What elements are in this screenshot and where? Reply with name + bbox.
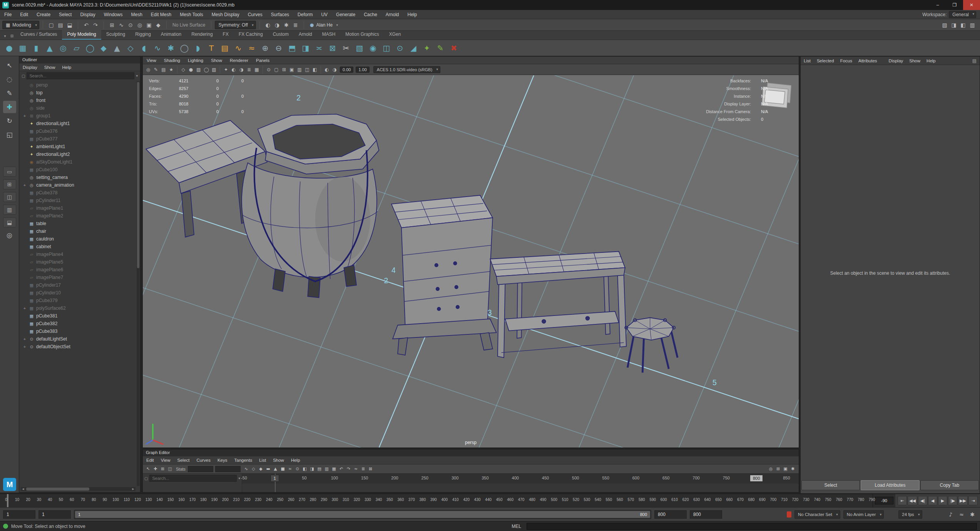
outliner-item-imageplane7[interactable]: ▱imagePlane7 <box>19 274 136 281</box>
menu-main-generate[interactable]: Generate <box>332 10 360 19</box>
region-tool-icon[interactable]: ◫ <box>166 465 174 473</box>
layout-outliner-persp-icon[interactable]: ▥ <box>3 205 16 215</box>
animation-end-field[interactable]: 800 <box>654 510 687 519</box>
animation-start-field[interactable]: 1 <box>38 510 71 519</box>
rotate-tool-icon[interactable]: ↻ <box>3 115 16 127</box>
shelf-menu-icon[interactable]: ▾ <box>2 34 8 40</box>
outliner-item-imageplane5[interactable]: ▱imagePlane5 <box>19 258 136 266</box>
mirror-icon[interactable]: ◫ <box>380 42 393 54</box>
shelf-tab-arnold[interactable]: Arnold <box>294 30 317 40</box>
gamma-icon[interactable]: ◑ <box>331 65 338 74</box>
shelf-tab-custom[interactable]: Custom <box>268 30 294 40</box>
shelf-tab-poly-modeling[interactable]: Poly Modeling <box>62 30 101 40</box>
current-time-field[interactable]: -90 <box>875 497 893 504</box>
audio-icon[interactable]: ♪ <box>946 510 955 519</box>
outliner-item-pcube379[interactable]: ▦pCube379 <box>19 297 136 304</box>
outliner-item-top[interactable]: ◎top <box>19 89 136 97</box>
graph-filter-icon[interactable]: ▢ <box>144 476 148 481</box>
textured-icon[interactable]: ▨ <box>195 65 202 74</box>
outliner-item-table[interactable]: ▦table <box>19 220 136 227</box>
shelf-tab-rigging[interactable]: Rigging <box>130 30 156 40</box>
ipr-render-icon[interactable]: ◑ <box>273 20 282 30</box>
wireframe-icon[interactable]: ◇ <box>179 65 187 74</box>
poly-cone-icon[interactable]: ▲ <box>43 42 56 54</box>
outliner-item-pcube377[interactable]: ▦pCube377 <box>19 135 136 143</box>
tool-settings-toggle-icon[interactable]: ◧ <box>958 20 968 30</box>
close-button[interactable]: ✕ <box>963 0 980 10</box>
menu-main-curves[interactable]: Curves <box>244 10 267 19</box>
clamped-tangents-icon[interactable]: ◇ <box>250 465 257 473</box>
make-live-icon[interactable]: ◆ <box>154 20 163 30</box>
go-to-start-button[interactable]: ⇤ <box>898 496 907 505</box>
outliner-item-imageplane2[interactable]: ▱imagePlane2 <box>19 212 136 220</box>
frame-playback-range-icon[interactable]: ⊞ <box>774 465 782 473</box>
step-tangents-icon[interactable]: ▲ <box>272 465 279 473</box>
graph-playhead-frame[interactable]: 1 <box>271 475 279 482</box>
outliner-horizontal-scrollbar[interactable]: ◀▶ <box>21 487 135 491</box>
move-nearest-picked-key-icon[interactable]: ↖ <box>144 465 152 473</box>
outliner-item-imageplane6[interactable]: ▱imagePlane6 <box>19 266 136 274</box>
menu-main-windows[interactable]: Windows <box>100 10 127 19</box>
outliner-item-ambientlight1[interactable]: ✦ambientLight1 <box>19 143 136 150</box>
super-ellipse-icon[interactable]: ◗ <box>192 42 204 54</box>
poly-helix-icon[interactable]: ∿ <box>151 42 164 54</box>
layout-four-pane-icon[interactable]: ⊞ <box>3 179 16 189</box>
bridge-icon[interactable]: ≍ <box>313 42 325 54</box>
menu-main-deform[interactable]: Deform <box>293 10 317 19</box>
menu-set-selector[interactable]: ▦ Modeling <box>2 21 39 29</box>
menu-attr-attributes[interactable]: Attributes <box>855 57 880 65</box>
account-menu[interactable]: ● Alan He <box>308 22 338 28</box>
isolate-select-icon[interactable]: ⊙ <box>265 65 273 74</box>
snap-curve-icon[interactable]: ∿ <box>117 20 126 30</box>
cauldron-mesh[interactable] <box>242 114 379 298</box>
lock-tangent-weight-icon[interactable]: ▥ <box>323 465 330 473</box>
crease-tool-icon[interactable]: ◢ <box>407 42 420 54</box>
swap-buffer-curve-icon[interactable]: ⊙ <box>294 465 301 473</box>
redo-icon[interactable]: ↷ <box>91 20 100 30</box>
fps-dropdown[interactable]: 24 fps <box>898 510 922 519</box>
bevel-icon[interactable]: ◨ <box>299 42 312 54</box>
menu-graph-edit[interactable]: Edit <box>143 456 157 464</box>
menu-main-edit[interactable]: Edit <box>16 10 32 19</box>
menu-main-mesh-display[interactable]: Mesh Display <box>207 10 244 19</box>
pre-infinity-cycle-icon[interactable]: ↶ <box>338 465 345 473</box>
menu-main-edit-mesh[interactable]: Edit Mesh <box>147 10 176 19</box>
shelf-tab-motion-graphics[interactable]: Motion Graphics <box>340 30 384 40</box>
gate-mask-icon[interactable]: ▣ <box>288 65 296 74</box>
snap-view-plane-icon[interactable]: ▣ <box>144 20 154 30</box>
break-tangents-icon[interactable]: ◧ <box>301 465 308 473</box>
anim-layer-dropdown[interactable]: No Anim Layer <box>843 510 884 519</box>
shelf-tab-fx-caching[interactable]: FX Caching <box>234 30 268 40</box>
poly-gear-icon[interactable]: ✱ <box>165 42 177 54</box>
smooth-icon[interactable]: ◉ <box>367 42 379 54</box>
open-dope-sheet-icon[interactable]: ≣ <box>360 465 367 473</box>
render-current-frame-icon[interactable]: ◐ <box>263 20 273 30</box>
target-weld-icon[interactable]: ⊙ <box>394 42 406 54</box>
outliner-item-pcube100[interactable]: ▦pCube100 <box>19 166 136 174</box>
lattice-deform-keys-icon[interactable]: ⊞ <box>159 465 166 473</box>
menu-main-surfaces[interactable]: Surfaces <box>267 10 293 19</box>
curve-smoothness-icon[interactable]: ≈ <box>352 465 360 473</box>
snap-grid-icon[interactable]: ⊞ <box>107 20 117 30</box>
auto-tangent-icon[interactable]: ▦ <box>330 465 338 473</box>
extrude-icon[interactable]: ⬒ <box>286 42 298 54</box>
mel-label[interactable]: MEL <box>512 524 523 529</box>
maximize-button[interactable]: ❐ <box>946 0 963 10</box>
poly-sphere-icon[interactable]: ● <box>3 42 15 54</box>
menu-main-mesh-tools[interactable]: Mesh Tools <box>176 10 207 19</box>
flat-tangents-icon[interactable]: ▬ <box>264 465 272 473</box>
shelf-tab-curves-surfaces[interactable]: Curves / Surfaces <box>15 30 62 40</box>
motion-blur-icon[interactable]: ≣ <box>245 65 253 74</box>
camera-attributes-icon[interactable]: ▤ <box>160 65 167 74</box>
sweep-mesh-icon[interactable]: ∿ <box>232 42 244 54</box>
quad-draw-icon[interactable]: ▧ <box>353 42 366 54</box>
menu-attr-show[interactable]: Show <box>906 57 923 65</box>
attribute-editor-toggle-icon[interactable]: ◨ <box>949 20 958 30</box>
paint-vertex-color-icon[interactable]: ✎ <box>434 42 447 54</box>
save-scene-icon[interactable]: ⬓ <box>65 20 74 30</box>
free-tangent-weight-icon[interactable]: ▤ <box>316 465 323 473</box>
expand-icon[interactable]: + <box>22 114 27 118</box>
layout-single-pane-icon[interactable]: ▭ <box>3 167 16 177</box>
bookmark-icon[interactable]: ★ <box>167 65 175 74</box>
shadows-icon[interactable]: ◐ <box>230 65 237 74</box>
